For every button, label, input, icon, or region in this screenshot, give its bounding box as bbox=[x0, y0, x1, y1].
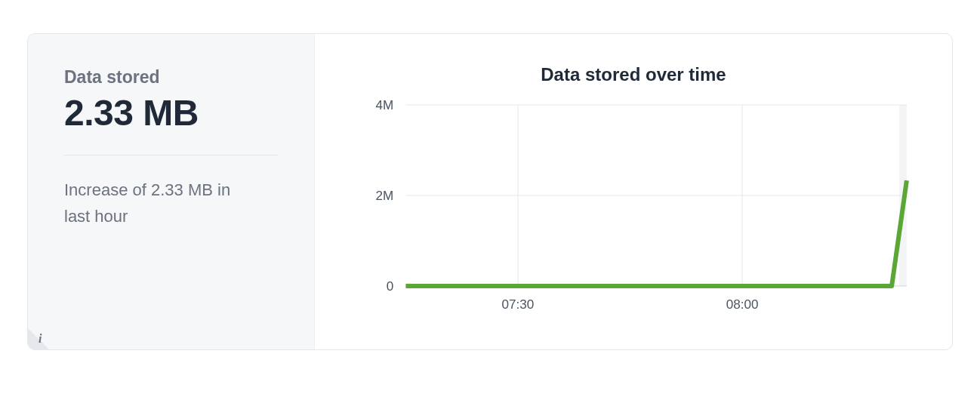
chart-svg: 02M4M07:3008:00 bbox=[345, 97, 922, 324]
y-tick-label: 4M bbox=[376, 98, 394, 112]
x-tick-label: 08:00 bbox=[726, 297, 759, 312]
summary-panel: Data stored 2.33 MB Increase of 2.33 MB … bbox=[28, 34, 315, 349]
data-line bbox=[405, 180, 906, 286]
divider bbox=[64, 155, 278, 155]
summary-subtext: Increase of 2.33 MB in last hour bbox=[64, 177, 260, 229]
chart-panel: Data stored over time 02M4M07:3008:00 bbox=[315, 34, 952, 349]
data-stored-card: Data stored 2.33 MB Increase of 2.33 MB … bbox=[27, 33, 953, 350]
summary-title: Data stored bbox=[64, 67, 278, 88]
info-icon[interactable]: i bbox=[39, 333, 42, 345]
chart-title: Data stored over time bbox=[345, 64, 922, 85]
x-tick-label: 07:30 bbox=[502, 297, 535, 312]
chart: 02M4M07:3008:00 bbox=[345, 97, 922, 324]
y-tick-label: 2M bbox=[376, 189, 394, 203]
y-tick-label: 0 bbox=[387, 279, 394, 294]
summary-value: 2.33 MB bbox=[64, 92, 278, 134]
